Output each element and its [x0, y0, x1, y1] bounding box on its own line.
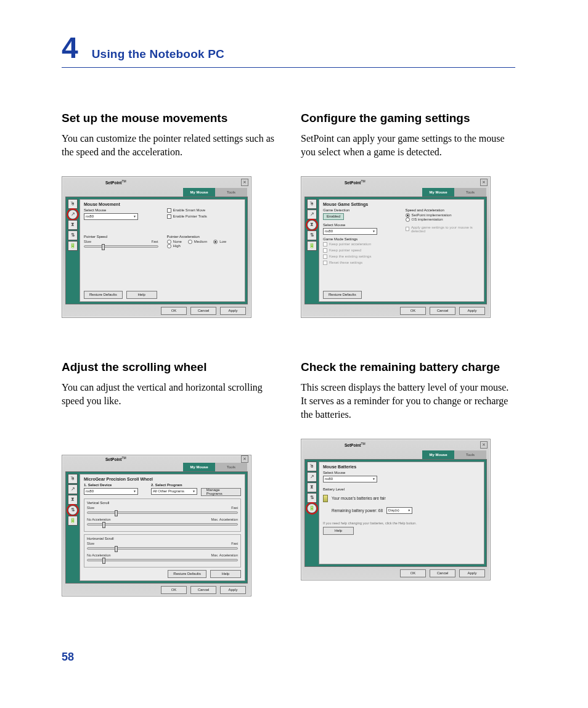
panel-title: Mouse Game Settings	[323, 202, 480, 206]
tab-tools[interactable]: Tools	[454, 188, 486, 197]
battery-icon[interactable]: 🔋	[68, 241, 78, 251]
game-mode-chk-1: Keep pointer acceleration	[323, 242, 480, 246]
section-title-scroll: Adjust the scrolling wheel	[62, 360, 276, 375]
battery-icon[interactable]: 🔋	[307, 503, 317, 513]
scroll-icon[interactable]: ⇅	[68, 505, 78, 515]
help-button[interactable]: Help	[323, 527, 354, 535]
tab-my-mouse[interactable]: My Mouse	[422, 450, 454, 459]
game-icon[interactable]: ⧗	[68, 220, 78, 230]
scroll-icon[interactable]: ⇅	[307, 493, 317, 503]
tab-tools[interactable]: Tools	[454, 450, 486, 459]
battery-icon[interactable]: 🔋	[68, 516, 78, 526]
accel-low-radio[interactable]: Low	[213, 240, 226, 244]
setpoint-title: SetPointTM	[105, 179, 126, 185]
select-mouse-label: Select Mouse	[323, 471, 480, 474]
select-mouse-label: Select Mouse	[84, 208, 158, 212]
tab-tools[interactable]: Tools	[215, 463, 247, 471]
apply-button[interactable]: Apply	[459, 307, 485, 315]
mouse-select[interactable]: nx80▼	[84, 213, 138, 220]
help-button[interactable]: Help	[126, 291, 157, 299]
apply-button[interactable]: Apply	[459, 569, 485, 577]
game-icon[interactable]: ⧗	[307, 482, 317, 492]
movement-icon[interactable]: ↗	[307, 210, 317, 219]
accel-high-radio[interactable]: High	[167, 244, 181, 248]
mouse-icon[interactable]: 🖱	[68, 199, 78, 209]
game-mode-chk-3: Keep the existing settings	[323, 254, 480, 259]
chapter-number: 4	[62, 31, 78, 65]
mouse-select[interactable]: nx80▼	[323, 476, 377, 482]
tab-my-mouse[interactable]: My Mouse	[183, 463, 215, 471]
movement-icon[interactable]: ↗	[68, 210, 78, 219]
battery-level-label: Battery Level	[323, 487, 480, 491]
mouse-icon[interactable]: 🖱	[307, 462, 317, 471]
battery-unit-select[interactable]: Day(s)▼	[386, 507, 412, 514]
battery-remaining-text: Remaining battery power: 68	[332, 508, 383, 513]
accel-medium-radio[interactable]: Medium	[188, 240, 207, 244]
ok-button[interactable]: OK	[161, 586, 187, 594]
panel-title: Mouse Movement	[84, 202, 241, 206]
cancel-button[interactable]: Cancel	[430, 569, 455, 577]
mouse-icon[interactable]: 🖱	[307, 199, 317, 209]
page-number: 58	[62, 651, 74, 664]
program-select[interactable]: All Other Programs▼	[151, 488, 197, 495]
scroll-icon[interactable]: ⇅	[307, 230, 317, 240]
cancel-button[interactable]: Cancel	[190, 586, 216, 594]
game-mode-label: Game Mode Settings	[323, 237, 480, 241]
section-body-battery: This screen displays the battery level o…	[301, 381, 515, 421]
accel-none-radio[interactable]: None	[167, 240, 182, 244]
battery-status-text: Your mouse's batteries are fair	[332, 496, 386, 500]
movement-icon[interactable]: ↗	[68, 484, 78, 494]
scroll-icon[interactable]: ⇅	[68, 230, 78, 240]
restore-defaults-button[interactable]: Restore Defaults	[84, 291, 123, 299]
game-icon[interactable]: ⧗	[68, 495, 78, 505]
ok-button[interactable]: OK	[161, 307, 187, 315]
restore-defaults-button[interactable]: Restore Defaults	[323, 291, 362, 299]
game-mode-chk-4: Reset these settings	[323, 261, 480, 265]
panel-title: Mouse Batteries	[323, 465, 480, 469]
close-icon[interactable]: ✕	[241, 179, 248, 186]
tab-tools[interactable]: Tools	[215, 188, 247, 197]
horizontal-speed-slider[interactable]	[87, 547, 238, 550]
section-body-gaming: SetPoint can apply your game settings to…	[301, 132, 515, 159]
cancel-button[interactable]: Cancel	[430, 307, 455, 315]
tab-my-mouse[interactable]: My Mouse	[422, 188, 454, 197]
manage-programs-button[interactable]: Manage Programs	[201, 488, 241, 496]
close-icon[interactable]: ✕	[480, 179, 488, 186]
horizontal-accel-slider[interactable]	[87, 559, 238, 561]
battery-help-hint: If you need help changing your batteries…	[323, 521, 480, 525]
section-title-battery: Check the remaining battery charge	[301, 360, 515, 375]
vertical-accel-slider[interactable]	[87, 523, 238, 526]
game-icon[interactable]: ⧗	[307, 220, 317, 230]
cancel-button[interactable]: Cancel	[190, 307, 216, 315]
close-icon[interactable]: ✕	[480, 441, 488, 449]
restore-defaults-button[interactable]: Restore Defaults	[168, 570, 206, 578]
ok-button[interactable]: OK	[400, 307, 426, 315]
section-title-mouse-movements: Set up the mouse movements	[62, 111, 276, 126]
smart-move-checkbox[interactable]: Enable Smart Move	[167, 208, 242, 213]
device-select[interactable]: nx80▼	[84, 488, 138, 495]
speed-accel-label: Speed and Acceleration	[406, 208, 481, 212]
battery-icon[interactable]: 🔋	[307, 241, 317, 251]
chapter-divider	[62, 67, 515, 68]
ok-button[interactable]: OK	[400, 569, 426, 577]
game-detection-label: Game Detection	[323, 208, 398, 212]
apply-button[interactable]: Apply	[220, 307, 246, 315]
setpoint-title: SetPointTM	[105, 456, 126, 462]
close-icon[interactable]: ✕	[241, 455, 248, 463]
movement-icon[interactable]: ↗	[307, 472, 317, 482]
os-impl-radio[interactable]: OS implementation	[406, 218, 475, 222]
pointer-speed-label: Pointer Speed	[84, 235, 158, 238]
enabled-button[interactable]: Enabled	[323, 213, 344, 220]
vertical-speed-slider[interactable]	[87, 511, 238, 514]
help-button[interactable]: Help	[210, 570, 241, 578]
pointer-trails-checkbox[interactable]: Enable Pointer Trails	[167, 214, 242, 219]
vertical-scroll-label: Vertical Scroll	[87, 501, 238, 505]
apply-button[interactable]: Apply	[220, 586, 246, 594]
setpoint-impl-radio[interactable]: SetPoint implementation	[406, 213, 475, 218]
setpoint-window-scroll: SetPointTM ✕ My Mouse Tools 🖱 ↗ ⧗ ⇅	[62, 455, 251, 596]
tab-my-mouse[interactable]: My Mouse	[183, 188, 215, 197]
section-body-scroll: You can adjust the vertical and horizont…	[62, 381, 276, 408]
mouse-icon[interactable]: 🖱	[68, 474, 78, 484]
mouse-select[interactable]: nx80▼	[323, 228, 377, 235]
pointer-speed-slider[interactable]	[84, 245, 158, 248]
